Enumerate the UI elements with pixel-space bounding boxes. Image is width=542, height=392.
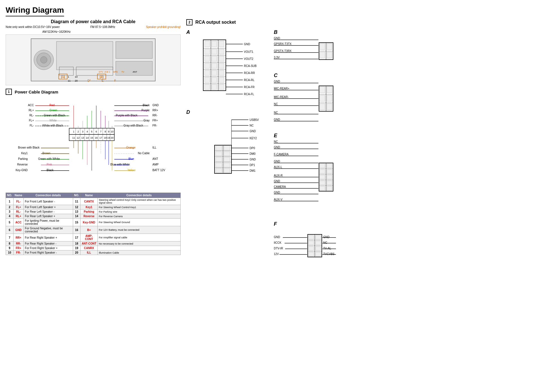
svg-text:GND: GND — [323, 236, 329, 239]
svg-rect-164 — [212, 63, 217, 68]
row-no1: 6 — [6, 226, 14, 234]
row-no2: 20 — [73, 251, 80, 255]
row-name1: FR+ — [13, 246, 23, 251]
row-details2 — [98, 246, 181, 251]
page-title: Wiring Diagram — [6, 6, 64, 16]
svg-text:TV: TV — [121, 71, 124, 73]
row-name2: ANT-CONT — [80, 241, 98, 246]
svg-rect-279 — [327, 186, 332, 190]
svg-rect-247 — [327, 87, 332, 93]
svg-rect-5 — [116, 42, 152, 58]
row-details2: Steering wheel control Key2 Only connect… — [98, 198, 181, 205]
svg-text:GPSRX-T3TX: GPSRX-T3TX — [274, 42, 292, 45]
row-name1: FR- — [13, 251, 23, 255]
svg-text:Key-GND: Key-GND — [16, 169, 28, 172]
col-name1: Name — [13, 193, 23, 198]
svg-text:CAMERA: CAMERA — [274, 185, 286, 188]
table-row: 10FR-For Front Right Speaker -20ILLIllum… — [6, 251, 181, 255]
svg-text:GND: GND — [274, 146, 280, 149]
svg-text:Pink: Pink — [47, 163, 52, 166]
svg-text:RR+: RR+ — [152, 109, 158, 112]
svg-text:8: 8 — [104, 130, 106, 133]
row-name1: GND — [13, 226, 23, 234]
svg-text:2: 2 — [77, 130, 79, 133]
svg-rect-205 — [216, 169, 222, 173]
svg-text:KEY2: KEY2 — [250, 137, 257, 140]
svg-text:13: 13 — [81, 136, 84, 139]
svg-text:GND: GND — [274, 160, 280, 163]
row-name2: CANTX — [80, 198, 98, 205]
svg-rect-162 — [219, 56, 224, 61]
svg-text:18: 18 — [104, 136, 107, 139]
row-name2: Key1 — [80, 205, 98, 210]
row-name1: FL- — [13, 198, 23, 205]
svg-rect-160 — [205, 56, 210, 61]
svg-text:Gray: Gray — [143, 119, 150, 122]
svg-rect-310 — [316, 247, 321, 251]
svg-text:Blue with White: Blue with White — [110, 163, 130, 166]
svg-rect-230 — [320, 43, 325, 50]
svg-text:White with Black: White with Black — [42, 124, 63, 127]
connector-F-label: F — [274, 221, 361, 227]
row-name1: FL+ — [13, 205, 23, 210]
svg-text:RCA-RR: RCA-RR — [244, 71, 255, 75]
svg-text:17: 17 — [99, 136, 102, 139]
connector-C-label: C — [274, 73, 361, 79]
row-name1: RL+ — [13, 214, 23, 219]
svg-text:GND: GND — [244, 43, 250, 46]
connector-E-label: E — [274, 133, 361, 139]
svg-rect-249 — [327, 95, 332, 101]
col-details2: Connection details — [98, 193, 181, 198]
table-row: 4RL+For Rear Left Speaker +14ReverseFor … — [6, 214, 181, 219]
col-no1: NO. — [6, 193, 14, 198]
svg-text:Gray with Black: Gray with Black — [124, 124, 143, 127]
connector-C: C GND — [274, 73, 361, 126]
row-no2: 18 — [73, 241, 80, 246]
svg-rect-271 — [327, 164, 332, 168]
row-name2: AMP-CONT — [80, 234, 98, 241]
svg-text:GND: GND — [274, 180, 280, 183]
svg-text:F-CAMERA: F-CAMERA — [274, 153, 289, 156]
section1-box: 1 — [6, 89, 12, 95]
svg-text:FL-: FL- — [30, 124, 34, 127]
svg-text:GND: GND — [250, 130, 256, 133]
svg-text:TV-AL: TV-AL — [323, 247, 331, 250]
svg-text:GPSTX-T3RX: GPSTX-T3RX — [274, 49, 292, 53]
svg-text:Brown: Brown — [42, 152, 50, 155]
svg-rect-274 — [320, 175, 325, 179]
connector-D: D — [186, 109, 265, 191]
svg-text:1: 1 — [68, 75, 69, 78]
svg-rect-156 — [219, 41, 224, 47]
row-details1: For Igniting Power, must be connected — [24, 219, 73, 226]
svg-text:6: 6 — [95, 130, 97, 133]
svg-rect-201 — [216, 157, 222, 162]
svg-text:FR-: FR- — [152, 124, 157, 127]
svg-rect-311 — [309, 252, 314, 256]
svg-rect-200 — [224, 152, 230, 156]
svg-text:GPS: GPS — [113, 71, 118, 73]
row-name2: ILL — [80, 251, 98, 255]
svg-text:DP1: DP1 — [250, 164, 255, 167]
row-no2: 15 — [73, 219, 80, 226]
svg-text:Orange: Orange — [126, 146, 136, 149]
row-name1: RR- — [13, 241, 23, 246]
svg-text:4: 4 — [86, 130, 88, 133]
row-details2: For 12V Battery, must be connected — [98, 226, 181, 234]
svg-text:RL+: RL+ — [29, 109, 34, 112]
svg-rect-158 — [212, 49, 217, 54]
table-row: 9FR+For Front Right Speaker +19CANRX — [6, 246, 181, 251]
svg-text:NC: NC — [274, 140, 278, 143]
svg-text:F: F — [114, 79, 116, 82]
svg-rect-272 — [320, 169, 325, 173]
svg-text:19: 19 — [107, 136, 110, 139]
svg-rect-161 — [212, 56, 217, 61]
svg-rect-202 — [224, 157, 230, 162]
rca-right-col: B GND GPSRX-T3TX — [274, 29, 361, 270]
svg-text:RCA-RL: RCA-RL — [244, 79, 255, 82]
row-no1: 1 — [6, 198, 14, 205]
table-row: 6GNDFor Ground Negative, must be connect… — [6, 226, 181, 234]
svg-rect-198 — [224, 146, 230, 150]
svg-rect-306 — [316, 235, 321, 239]
svg-text:1: 1 — [73, 130, 74, 133]
svg-text:10: 10 — [75, 75, 78, 78]
